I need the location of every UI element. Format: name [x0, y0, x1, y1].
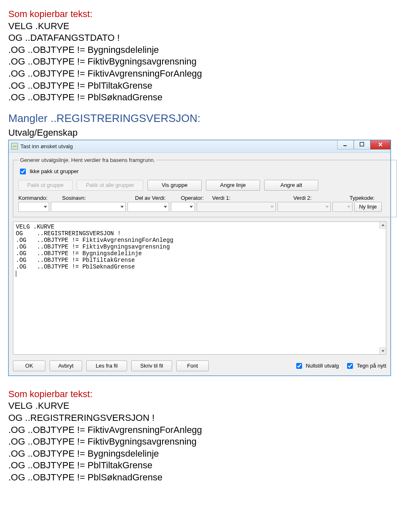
verdi1-combo — [197, 202, 276, 212]
ikke-pakk-label: Ikke pakk ut grupper — [30, 168, 79, 174]
label-sosinavn: Sosinavn: — [62, 195, 135, 201]
top-line: OG ..DATAFANGSTDATO ! — [8, 32, 392, 44]
tegn-check-input[interactable] — [347, 363, 353, 369]
font-button[interactable]: Font — [176, 360, 209, 371]
ny-linje-button[interactable]: Ny linje — [354, 202, 382, 212]
window-title: Tast inn ønsket utvalg — [20, 143, 337, 149]
query-textarea[interactable]: VELG .KURVE OG ..REGISTRERINGSVERSJON ! … — [13, 221, 386, 355]
app-icon — [11, 143, 18, 149]
svg-rect-1 — [360, 142, 364, 146]
bottom-heading: Som kopierbar tekst: — [8, 388, 392, 400]
vis-gruppe-button[interactable]: Vis gruppe — [148, 180, 202, 191]
verdi2-combo — [278, 202, 331, 212]
mangler-heading: Mangler ..REGISTRERINGSVERSJON: — [8, 112, 392, 125]
angre-linje-button[interactable]: Angre linje — [206, 180, 260, 191]
bottom-line: OG ..REGISTRERINGSVERSJON ! — [8, 412, 392, 424]
text-caret — [16, 271, 16, 277]
nullstill-label: Nullstill utvalg — [306, 363, 339, 369]
bottom-line: VELG .KURVE — [8, 400, 392, 412]
label-verdi1: Verdi 1: — [212, 195, 293, 201]
nullstill-check-input[interactable] — [296, 363, 302, 369]
top-line: .OG ..OBJTYPE != FiktivBygningsavgrensni… — [8, 56, 392, 68]
avbryt-button[interactable]: Avbryt — [50, 360, 82, 371]
scroll-up-button[interactable] — [379, 222, 386, 229]
query-text: VELG .KURVE OG ..REGISTRERINGSVERSJON ! … — [16, 224, 173, 270]
angre-alt-button[interactable]: Angre alt — [264, 180, 318, 191]
top-line: .OG ..OBJTYPE != Bygningsdelelinje — [8, 44, 392, 56]
label-operator: Operator: — [181, 195, 212, 201]
bottom-line: .OG ..OBJTYPE != Bygningsdelelinje — [8, 448, 392, 460]
top-heading: Som kopierbar tekst: — [8, 8, 392, 20]
generate-group: Generer utvalgslinje. Hent verdier fra b… — [13, 157, 397, 217]
scroll-down-button[interactable] — [379, 348, 386, 354]
pakk-ut-alle-button: Pakk ut alle grupper — [77, 180, 143, 191]
label-typekode: Typekode: — [350, 195, 391, 201]
top-line: VELG .KURVE — [8, 20, 392, 32]
bottom-line: .OG ..OBJTYPE != PblTiltakGrense — [8, 460, 392, 472]
les-fra-fil-button[interactable]: Les fra fil — [86, 360, 127, 371]
operator-combo[interactable] — [171, 202, 195, 212]
tegn-checkbox[interactable]: Tegn på nytt — [345, 362, 386, 370]
ikke-pakk-checkbox[interactable]: Ikke pakk ut grupper — [18, 167, 391, 176]
minimize-button[interactable] — [337, 140, 354, 149]
label-kommando: Kommando: — [18, 195, 62, 201]
dialog-window: Tast inn ønsket utvalg Generer utvalgsli… — [8, 140, 391, 376]
ikke-pakk-check-input[interactable] — [20, 169, 26, 174]
maximize-button[interactable] — [354, 140, 370, 149]
skriv-til-fil-button[interactable]: Skriv til fil — [131, 360, 172, 371]
nullstill-checkbox[interactable]: Nullstill utvalg — [295, 362, 339, 370]
delavverdi-combo[interactable] — [128, 202, 169, 212]
bottom-line: .OG ..OBJTYPE != PblSøknadGrense — [8, 472, 392, 484]
typekode-combo — [332, 202, 352, 212]
label-verdi2: Verdi 2: — [293, 195, 350, 201]
top-line: .OG ..OBJTYPE != PblTiltakGrense — [8, 80, 392, 92]
tegn-label: Tegn på nytt — [357, 363, 386, 369]
top-line: .OG ..OBJTYPE != FiktivAvgrensningForAnl… — [8, 68, 392, 80]
utvalg-label: Utvalg/Egenskap — [8, 127, 392, 138]
pakk-ut-gruppe-button: Pakk ut gruppe — [18, 180, 72, 191]
bottom-line: .OG ..OBJTYPE != FiktivBygningsavgrensni… — [8, 436, 392, 448]
ok-button[interactable]: OK — [13, 360, 45, 371]
close-button[interactable] — [370, 140, 390, 149]
svg-rect-0 — [343, 145, 347, 146]
label-delavverdi: Del av Verdi: — [135, 195, 181, 201]
sosinavn-combo[interactable] — [51, 202, 126, 212]
group-legend: Generer utvalgslinje. Hent verdier fra b… — [18, 157, 157, 163]
title-bar: Tast inn ønsket utvalg — [9, 140, 390, 153]
bottom-line: .OG ..OBJTYPE != FiktivAvgrensningForAnl… — [8, 424, 392, 436]
kommando-combo[interactable] — [18, 202, 49, 212]
top-line: .OG ..OBJTYPE != PblSøknadGrense — [8, 92, 392, 104]
